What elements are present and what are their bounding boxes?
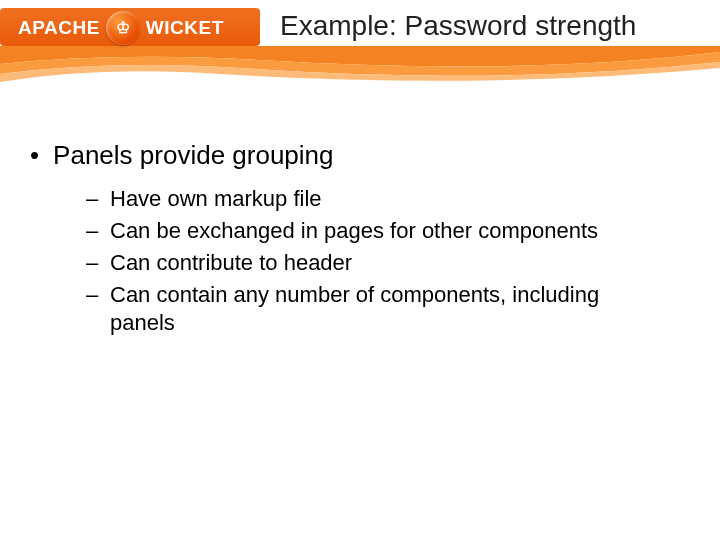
sub-bullet-text: Can contribute to header xyxy=(110,249,352,277)
slide-header: APACHE WICKET APACHE ♔ WICKET Example: P… xyxy=(0,0,720,90)
list-item: – Can be exchanged in pages for other co… xyxy=(86,217,690,245)
list-item: – Have own markup file xyxy=(86,185,690,213)
dash-icon: – xyxy=(86,249,110,277)
dash-icon: – xyxy=(86,217,110,245)
logo-word-right: WICKET xyxy=(146,17,224,39)
sub-bullet-text: Can contain any number of components, in… xyxy=(110,281,670,337)
dash-icon: – xyxy=(86,185,110,213)
logo-circle-glyph: ♔ xyxy=(116,18,130,37)
dash-icon: – xyxy=(86,281,110,309)
slide-content: • Panels provide grouping – Have own mar… xyxy=(0,90,720,337)
sub-bullet-text: Can be exchanged in pages for other comp… xyxy=(110,217,598,245)
header-swoosh-icon xyxy=(0,46,720,90)
slide-title: Example: Password strength xyxy=(280,10,636,42)
bullet-main-text: Panels provide grouping xyxy=(53,140,333,171)
sub-bullet-text: Have own markup file xyxy=(110,185,322,213)
list-item: – Can contain any number of components, … xyxy=(86,281,690,337)
bullet-main-row: • Panels provide grouping xyxy=(30,140,690,171)
logo-word-left: APACHE xyxy=(18,17,100,39)
sub-bullet-list: – Have own markup file – Can be exchange… xyxy=(86,185,690,337)
logo-circle-icon: ♔ xyxy=(106,11,140,45)
list-item: – Can contribute to header xyxy=(86,249,690,277)
bullet-dot-icon: • xyxy=(30,140,39,170)
